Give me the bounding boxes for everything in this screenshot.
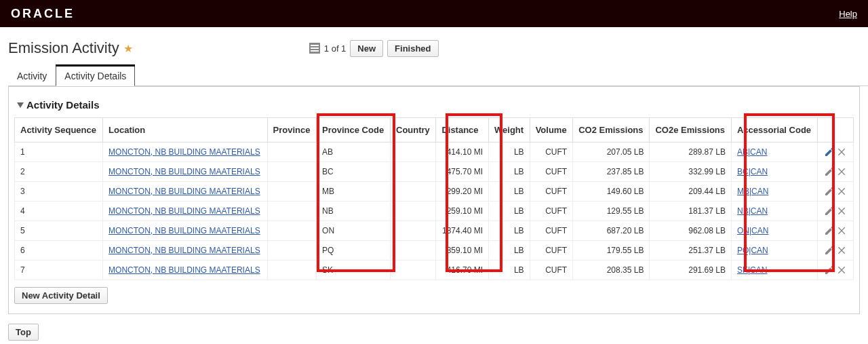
tab-activity[interactable]: Activity (8, 64, 56, 86)
cell-actions (818, 241, 854, 261)
cell-weight: LB (489, 221, 530, 241)
disclosure-icon[interactable] (17, 102, 24, 108)
table-row: 5MONCTON, NB BUILDING MAATERIALSON1374.4… (15, 221, 854, 241)
location-link[interactable]: MONCTON, NB BUILDING MAATERIALS (108, 246, 260, 255)
delete-icon[interactable] (837, 245, 848, 256)
cell-volume: CUFT (530, 221, 573, 241)
cell-actions (818, 162, 854, 182)
cell-province-code: BC (317, 162, 391, 182)
cell-seq: 2 (15, 162, 103, 182)
cell-province-code: MB (317, 182, 391, 202)
cell-province (267, 162, 317, 182)
top-button[interactable]: Top (8, 324, 39, 341)
edit-icon[interactable] (824, 245, 835, 256)
location-link[interactable]: MONCTON, NB BUILDING MAATERIALS (108, 147, 260, 157)
col-province[interactable]: Province (267, 118, 317, 142)
cell-weight: LB (489, 182, 530, 202)
col-distance[interactable]: Distance (436, 118, 489, 142)
cell-province (267, 142, 317, 162)
cell-weight: LB (489, 162, 530, 182)
col-province-code[interactable]: Province Code (317, 118, 391, 142)
location-link[interactable]: MONCTON, NB BUILDING MAATERIALS (108, 206, 260, 216)
cell-country (391, 202, 436, 221)
cell-province (267, 182, 317, 202)
table-row: 1MONCTON, NB BUILDING MAATERIALSAB414.10… (15, 142, 854, 162)
cell-seq: 4 (15, 202, 103, 221)
cell-seq: 3 (15, 182, 103, 202)
cell-co2e: 209.44 LB (650, 182, 732, 202)
cell-actions (818, 261, 854, 280)
location-link[interactable]: MONCTON, NB BUILDING MAATERIALS (108, 187, 260, 196)
edit-icon[interactable] (824, 265, 835, 275)
col-location[interactable]: Location (103, 118, 268, 142)
cell-co2e: 332.99 LB (650, 162, 732, 182)
table-row: 4MONCTON, NB BUILDING MAATERIALSNB259.10… (15, 202, 854, 221)
cell-province (267, 241, 317, 261)
cell-distance: 414.10 MI (436, 142, 489, 162)
location-link[interactable]: MONCTON, NB BUILDING MAATERIALS (108, 167, 260, 176)
edit-icon[interactable] (824, 206, 835, 216)
cell-co2: 208.35 LB (573, 261, 650, 280)
col-country[interactable]: Country (391, 118, 436, 142)
accessorial-link[interactable]: AB|CAN (737, 147, 767, 157)
cell-country (391, 261, 436, 280)
section-title: Activity Details (26, 99, 100, 111)
cell-country (391, 241, 436, 261)
cell-location: MONCTON, NB BUILDING MAATERIALS (103, 162, 268, 182)
activity-details-table: Activity Sequence Location Province Prov… (14, 117, 854, 280)
finished-button[interactable]: Finished (387, 40, 438, 57)
edit-icon[interactable] (824, 225, 835, 236)
accessorial-link[interactable]: NB|CAN (737, 206, 768, 216)
cell-country (391, 182, 436, 202)
cell-co2: 149.60 LB (573, 182, 650, 202)
cell-distance: 259.10 MI (436, 202, 489, 221)
location-link[interactable]: MONCTON, NB BUILDING MAATERIALS (108, 265, 260, 275)
cell-province-code: SK (317, 261, 391, 280)
cell-actions (818, 142, 854, 162)
col-activity-sequence[interactable]: Activity Sequence (15, 118, 103, 142)
delete-icon[interactable] (837, 265, 848, 275)
cell-weight: LB (489, 241, 530, 261)
col-volume[interactable]: Volume (530, 118, 573, 142)
oracle-logo: ORACLE (11, 7, 75, 21)
cell-co2: 129.55 LB (573, 202, 650, 221)
col-accessorial-code[interactable]: Accessorial Code (731, 118, 817, 142)
cell-province-code: NB (317, 202, 391, 221)
accessorial-link[interactable]: BC|CAN (737, 167, 768, 176)
delete-icon[interactable] (837, 225, 848, 236)
col-actions (818, 118, 854, 142)
cell-actions (818, 221, 854, 241)
col-co2-emissions[interactable]: CO2 Emissions (573, 118, 650, 142)
favorite-star-icon[interactable]: ★ (123, 42, 133, 55)
delete-icon[interactable] (837, 166, 848, 177)
cell-co2: 237.85 LB (573, 162, 650, 182)
accessorial-link[interactable]: PQ|CAN (737, 246, 768, 255)
col-co2e-emissions[interactable]: CO2e Emissions (650, 118, 732, 142)
table-row: 2MONCTON, NB BUILDING MAATERIALSBC475.70… (15, 162, 854, 182)
accessorial-link[interactable]: ON|CAN (737, 226, 768, 235)
cell-volume: CUFT (530, 261, 573, 280)
edit-icon[interactable] (824, 166, 835, 177)
new-button[interactable]: New (350, 40, 383, 57)
delete-icon[interactable] (837, 186, 848, 197)
cell-accessorial: ON|CAN (731, 221, 817, 241)
new-activity-detail-button[interactable]: New Activity Detail (14, 287, 108, 304)
cell-weight: LB (489, 202, 530, 221)
cell-distance: 475.70 MI (436, 162, 489, 182)
cell-seq: 7 (15, 261, 103, 280)
location-link[interactable]: MONCTON, NB BUILDING MAATERIALS (108, 226, 260, 235)
accessorial-link[interactable]: SK|CAN (737, 265, 767, 275)
cell-location: MONCTON, NB BUILDING MAATERIALS (103, 261, 268, 280)
delete-icon[interactable] (837, 206, 848, 216)
help-link[interactable]: Help (839, 9, 857, 19)
cell-accessorial: MB|CAN (731, 182, 817, 202)
tab-activity-details[interactable]: Activity Details (56, 64, 135, 86)
cell-actions (818, 202, 854, 221)
edit-icon[interactable] (824, 147, 835, 157)
cell-weight: LB (489, 261, 530, 280)
accessorial-link[interactable]: MB|CAN (737, 187, 768, 196)
edit-icon[interactable] (824, 186, 835, 197)
delete-icon[interactable] (837, 147, 848, 157)
cell-province (267, 202, 317, 221)
col-weight[interactable]: Weight (489, 118, 530, 142)
